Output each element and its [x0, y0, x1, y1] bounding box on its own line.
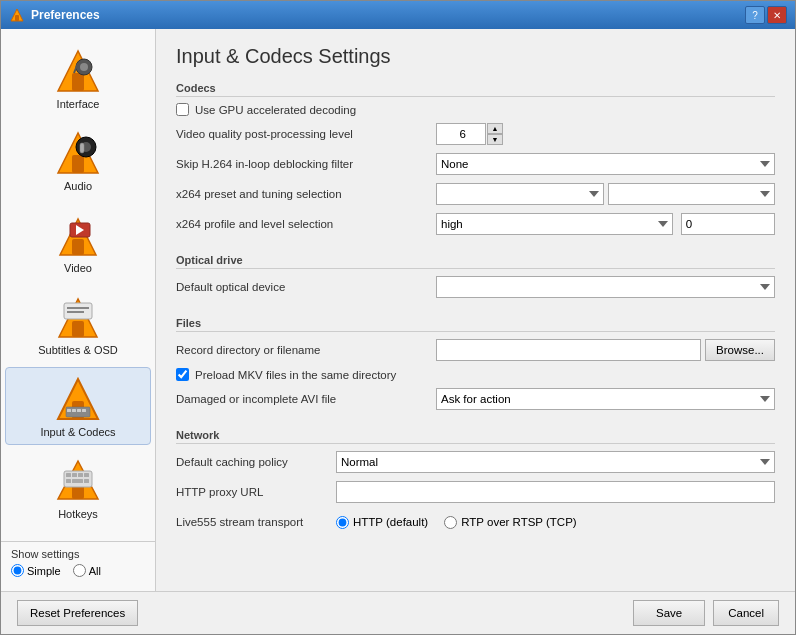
device-label: Default optical device — [176, 281, 436, 293]
svg-rect-18 — [64, 303, 92, 319]
http-label: HTTP (default) — [353, 516, 428, 528]
show-settings-section: Show settings Simple All — [1, 541, 155, 583]
damaged-control: Ask for action Always fix Never fix — [436, 388, 775, 410]
record-label: Record directory or filename — [176, 344, 436, 356]
svg-rect-32 — [72, 473, 77, 477]
x264-profile-select[interactable]: high main baseline — [436, 213, 673, 235]
http-radio[interactable] — [336, 516, 349, 529]
all-radio[interactable] — [73, 564, 86, 577]
optical-section-title: Optical drive — [176, 254, 775, 269]
quality-row: Video quality post-processing level 6 ▲ … — [176, 122, 775, 146]
rtp-radio[interactable] — [444, 516, 457, 529]
page-title: Input & Codecs Settings — [176, 45, 775, 68]
network-section: Network Default caching policy Normal Cu… — [176, 429, 775, 540]
svg-rect-27 — [82, 409, 86, 412]
all-radio-label[interactable]: All — [73, 564, 101, 577]
x264-preset-select[interactable] — [436, 183, 604, 205]
simple-radio[interactable] — [11, 564, 24, 577]
hotkeys-icon — [53, 456, 103, 506]
proxy-label: HTTP proxy URL — [176, 486, 336, 498]
gpu-label[interactable]: Use GPU accelerated decoding — [195, 104, 356, 116]
preload-checkbox[interactable] — [176, 368, 189, 381]
video-label: Video — [64, 262, 92, 274]
caching-row: Default caching policy Normal Custom Low… — [176, 450, 775, 474]
proxy-control — [336, 481, 775, 503]
spinbox-buttons: ▲ ▼ — [487, 123, 503, 145]
damaged-label: Damaged or incomplete AVI file — [176, 393, 436, 405]
x264-tune-select[interactable] — [608, 183, 776, 205]
quality-control: 6 ▲ ▼ — [436, 123, 775, 145]
preload-label[interactable]: Preload MKV files in the same directory — [195, 369, 396, 381]
window-controls: ? ✕ — [745, 6, 787, 24]
record-control: Browse... — [436, 339, 775, 361]
svg-rect-26 — [77, 409, 81, 412]
audio-label: Audio — [64, 180, 92, 192]
caching-select[interactable]: Normal Custom Lowest latency Low latency… — [336, 451, 775, 473]
codecs-section-title: Codecs — [176, 82, 775, 97]
x264-preset-control — [436, 183, 775, 205]
network-section-title: Network — [176, 429, 775, 444]
gpu-row: Use GPU accelerated decoding — [176, 103, 775, 116]
spinbox-up[interactable]: ▲ — [487, 123, 503, 134]
x264-profile-row: x264 profile and level selection high ma… — [176, 212, 775, 236]
svg-rect-17 — [72, 321, 84, 337]
record-input[interactable] — [436, 339, 701, 361]
gpu-checkbox[interactable] — [176, 103, 189, 116]
svg-rect-24 — [67, 409, 71, 412]
footer-left: Reset Preferences — [17, 600, 138, 626]
stream-row: Live555 stream transport HTTP (default) … — [176, 510, 775, 534]
window-title: Preferences — [31, 8, 745, 22]
sidebar-item-audio[interactable]: Audio — [5, 121, 151, 199]
damaged-select[interactable]: Ask for action Always fix Never fix — [436, 388, 775, 410]
preload-row: Preload MKV files in the same directory — [176, 368, 775, 381]
sidebar-item-subtitles[interactable]: Subtitles & OSD — [5, 285, 151, 363]
help-button[interactable]: ? — [745, 6, 765, 24]
browse-button[interactable]: Browse... — [705, 339, 775, 361]
close-button[interactable]: ✕ — [767, 6, 787, 24]
svg-rect-1 — [15, 15, 19, 21]
files-section: Files Record directory or filename Brows… — [176, 317, 775, 417]
svg-rect-34 — [84, 473, 89, 477]
interface-icon — [53, 46, 103, 96]
quality-spinbox: 6 ▲ ▼ — [436, 123, 503, 145]
subtitles-icon — [53, 292, 103, 342]
rtp-radio-label[interactable]: RTP over RTSP (TCP) — [444, 516, 576, 529]
cancel-button[interactable]: Cancel — [713, 600, 779, 626]
x264-preset-row: x264 preset and tuning selection — [176, 182, 775, 206]
sidebar-item-hotkeys[interactable]: Hotkeys — [5, 449, 151, 527]
quality-input[interactable]: 6 — [436, 123, 486, 145]
hotkeys-label: Hotkeys — [58, 508, 98, 520]
device-row: Default optical device — [176, 275, 775, 299]
skip-control: None All Non-reference — [436, 153, 775, 175]
app-icon — [9, 7, 25, 23]
x264-profile-control: high main baseline 0 — [436, 213, 775, 235]
input-icon — [53, 374, 103, 424]
http-radio-label[interactable]: HTTP (default) — [336, 516, 428, 529]
optical-section: Optical drive Default optical device — [176, 254, 775, 305]
sidebar: Interface Audio — [1, 29, 156, 591]
skip-select[interactable]: None All Non-reference — [436, 153, 775, 175]
damaged-row: Damaged or incomplete AVI file Ask for a… — [176, 387, 775, 411]
save-button[interactable]: Save — [633, 600, 705, 626]
svg-point-5 — [80, 63, 88, 71]
rtp-label: RTP over RTSP (TCP) — [461, 516, 576, 528]
sidebar-item-input[interactable]: Input & Codecs — [5, 367, 151, 445]
svg-rect-33 — [78, 473, 83, 477]
svg-rect-36 — [72, 479, 83, 483]
simple-radio-label[interactable]: Simple — [11, 564, 61, 577]
caching-control: Normal Custom Lowest latency Low latency… — [336, 451, 775, 473]
quality-label: Video quality post-processing level — [176, 128, 436, 140]
proxy-input[interactable] — [336, 481, 775, 503]
sidebar-item-interface[interactable]: Interface — [5, 39, 151, 117]
spinbox-down[interactable]: ▼ — [487, 134, 503, 145]
subtitles-label: Subtitles & OSD — [38, 344, 117, 356]
x264-preset-label: x264 preset and tuning selection — [176, 188, 436, 200]
device-select[interactable] — [436, 276, 775, 298]
svg-rect-3 — [72, 73, 84, 91]
reset-button[interactable]: Reset Preferences — [17, 600, 138, 626]
x264-level-input[interactable]: 0 — [681, 213, 775, 235]
video-icon — [53, 210, 103, 260]
device-control — [436, 276, 775, 298]
sidebar-item-video[interactable]: Video — [5, 203, 151, 281]
proxy-row: HTTP proxy URL — [176, 480, 775, 504]
